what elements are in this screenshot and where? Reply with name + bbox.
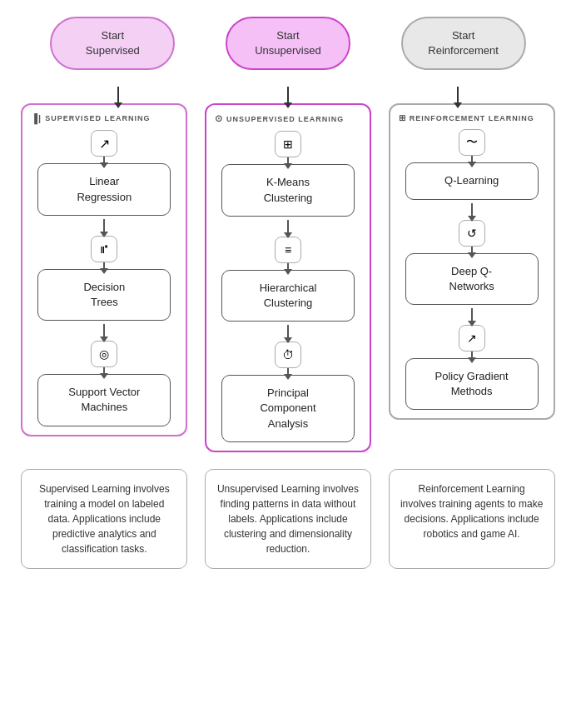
dqn-icon-box: ↺ [459,220,485,247]
pg-label: Policy Gradient Methods [435,370,509,397]
arrow-reinforcement-down [457,87,459,103]
start-row: Start Supervised Start Unsupervised Star… [8,17,568,70]
decision-trees-label: Decision Trees [83,281,125,308]
gamepad-icon: ⊞ [399,113,406,122]
svm-item: ◎ Support Vector Machines [31,341,177,426]
dqn-box[interactable]: Deep Q- Networks [405,253,539,305]
section-box-unsupervised: ⊙ UNSUPERVISED LEARNING ⊞ K-Means Cluste… [205,103,371,451]
info-box-unsupervised: Unsupervised Learning involves finding p… [205,469,371,569]
pg-box[interactable]: Policy Gradient Methods [405,358,539,410]
arrow-to-kmeans [287,157,289,164]
qlearning-item: 〜 Q-Learning [399,129,545,199]
arrow-hc-to-pca [287,325,289,338]
start-unsupervised-button[interactable]: Start Unsupervised [226,17,350,70]
dqn-item: ↺ Deep Q- Networks [399,220,545,305]
kmeans-icon-box: ⊞ [275,131,301,157]
linear-regression-box[interactable]: Linear Regression [37,163,171,215]
linear-regression-icon-box: ↗ [91,130,117,157]
qlearning-icon-box: 〜 [459,129,485,156]
arrow-to-pg [471,352,473,358]
pca-box[interactable]: Principal Component Analysis [221,375,355,442]
svm-label: Support Vector Machines [68,386,140,413]
kmeans-item: ⊞ K-Means Clustering [215,131,361,216]
info-unsupervised-text: Unsupervised Learning involves finding p… [217,483,359,555]
arrow-lr-to-dt [103,219,105,232]
qlearning-box[interactable]: Q-Learning [405,162,539,199]
linear-regression-item: ↗ Linear Regression [31,130,177,215]
hierarchical-item: ≡ Hierarchical Clustering [215,237,361,322]
arrow-to-pca [287,368,289,375]
section-box-supervised: ▐| SUPERVISED LEARNING ↗ Linear Regressi… [21,103,187,436]
start-reinforcement-button[interactable]: Start Reinforcement [401,17,526,70]
arrow-to-svm [103,367,105,374]
arrow-ql-to-dqn [471,203,473,217]
arrow-dqn-to-pg [471,308,473,322]
circle-icon: ◎ [99,347,109,361]
info-reinforcement-text: Reinforcement Learning involves training… [400,483,543,540]
svm-box[interactable]: Support Vector Machines [37,374,171,426]
kmeans-box[interactable]: K-Means Clustering [221,164,355,216]
info-row: Supervised Learning involves training a … [8,452,568,577]
arrow-to-dqn [471,247,473,253]
decision-trees-item: ⑈ Decision Trees [31,236,177,321]
pca-label: Principal Component Analysis [260,386,315,429]
wave-icon: 〜 [466,135,478,150]
search-icon: ⊙ [215,113,223,124]
layers-icon: ≡ [285,243,291,257]
chart-icon: ▐| [31,113,42,123]
start-reinforcement-label: Start Reinforcement [428,29,499,57]
arrow-to-ql [471,156,473,162]
pca-icon-box: ⏱ [275,342,301,368]
arrow-to-dt [103,262,105,269]
pg-item: ↗ Policy Gradient Methods [399,325,545,410]
clock-icon: ⏱ [282,348,294,362]
start-supervised-label: Start Supervised [86,29,140,57]
decision-trees-icon-box: ⑈ [91,236,117,262]
hierarchical-icon-box: ≡ [275,237,301,263]
branch-icon: ⑈ [101,242,107,256]
info-supervised-text: Supervised Learning involves training a … [39,483,170,555]
supervised-section-label: ▐| SUPERVISED LEARNING [31,113,150,123]
unsupervised-section-label: ⊙ UNSUPERVISED LEARNING [215,113,344,124]
arrow-to-linear [103,157,105,163]
qlearning-label: Q-Learning [444,174,499,187]
arrow-supervised-down [117,87,119,103]
start-supervised-button[interactable]: Start Supervised [50,17,175,70]
hierarchical-box[interactable]: Hierarchical Clustering [221,270,355,322]
grid-icon: ⊞ [283,137,293,151]
svm-icon-box: ◎ [91,341,117,367]
arrow-to-hc [287,263,289,270]
columns-row: ▐| SUPERVISED LEARNING ↗ Linear Regressi… [8,103,568,451]
column-supervised: ▐| SUPERVISED LEARNING ↗ Linear Regressi… [21,103,187,436]
arrow-dt-to-svm [103,324,105,337]
decision-trees-box[interactable]: Decision Trees [37,269,171,321]
column-unsupervised: ⊙ UNSUPERVISED LEARNING ⊞ K-Means Cluste… [205,103,371,451]
refresh-icon: ↺ [467,227,477,240]
diagram-container: Start Supervised Start Unsupervised Star… [0,0,576,594]
trend-icon: ↗ [99,136,110,152]
dqn-label: Deep Q- Networks [449,265,494,292]
arrow-km-to-hc [287,220,289,233]
column-reinforcement: ⊞ REINFORCEMENT LEARNING 〜 Q-Learning [389,103,555,420]
pg-icon-box: ↗ [459,325,485,352]
info-box-supervised: Supervised Learning involves training a … [21,469,187,569]
start-unsupervised-label: Start Unsupervised [255,29,321,57]
hierarchical-label: Hierarchical Clustering [260,282,317,309]
section-box-reinforcement: ⊞ REINFORCEMENT LEARNING 〜 Q-Learning [389,103,555,420]
kmeans-label: K-Means Clustering [264,176,313,203]
linear-regression-label: Linear Regression [77,175,132,202]
pca-item: ⏱ Principal Component Analysis [215,342,361,442]
info-box-reinforcement: Reinforcement Learning involves training… [389,469,555,569]
arrow-unsupervised-down [287,87,289,103]
arrow-up-right-icon: ↗ [467,332,477,345]
reinforcement-section-label: ⊞ REINFORCEMENT LEARNING [399,113,534,122]
